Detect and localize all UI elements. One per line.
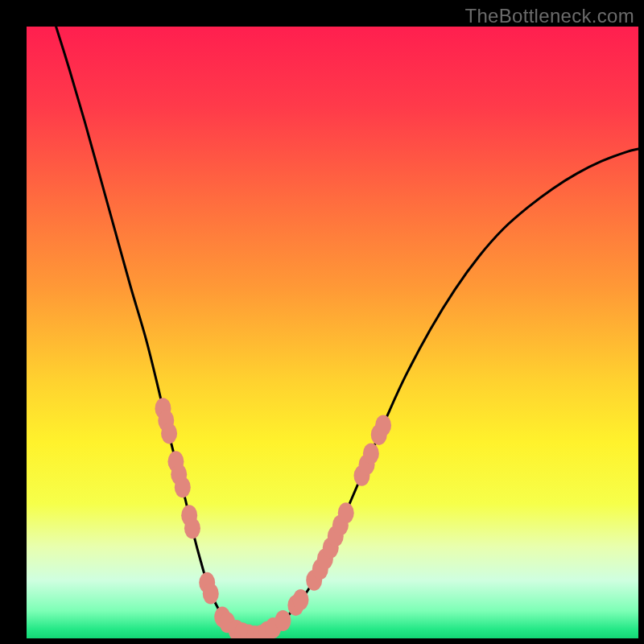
data-marker [375,415,391,436]
data-marker [203,584,219,605]
data-marker [184,518,200,539]
curve-layer [27,27,638,638]
data-marker [292,589,308,610]
marker-group [155,398,391,638]
data-marker [275,610,291,631]
data-marker [363,443,379,464]
plot-area [27,27,638,638]
chart-frame: TheBottleneck.com [0,0,644,644]
data-marker [161,423,177,444]
data-marker [175,477,191,497]
bottleneck-curve [54,27,638,636]
watermark-text: TheBottleneck.com [464,5,634,27]
data-marker [338,502,354,523]
